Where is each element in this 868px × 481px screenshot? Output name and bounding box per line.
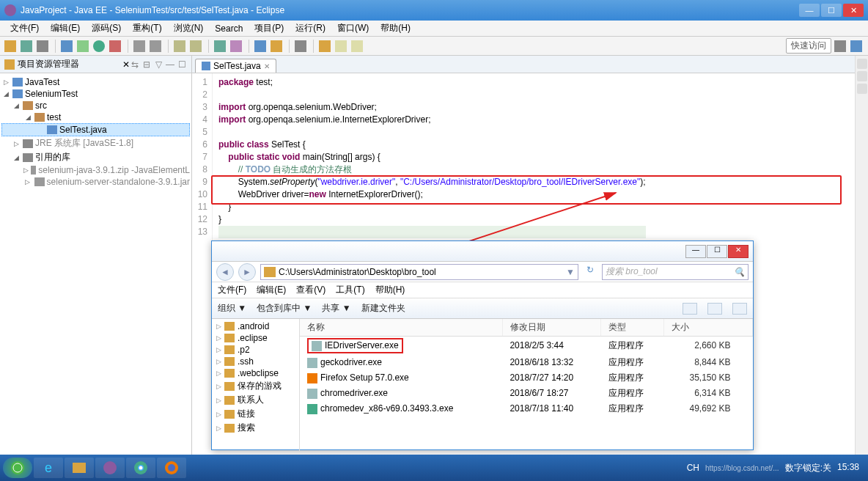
file-list[interactable]: 名称修改日期类型大小IEDriverServer.exe2018/2/5 3:4… (300, 319, 753, 451)
view-option-icon[interactable] (732, 303, 747, 315)
menu-item[interactable]: 项目(P) (249, 22, 290, 34)
tree-item[interactable]: SelTest.java (1, 123, 190, 136)
file-row[interactable]: geckodriver.exe2018/6/18 13:32应用程序8,844 … (300, 355, 753, 370)
java-ee-perspective-icon[interactable] (850, 40, 862, 52)
view-option-icon[interactable] (683, 303, 697, 315)
tree-item[interactable]: ▷JavaTest (1, 76, 190, 88)
folder-tree-item[interactable]: ▷.webclipse (213, 367, 298, 379)
toolbar-icon[interactable] (174, 40, 185, 52)
column-header[interactable]: 大小 (664, 319, 753, 337)
link-editor-icon[interactable]: ⇆ (130, 59, 140, 70)
toolbar-icon[interactable] (21, 40, 32, 52)
column-header[interactable]: 修改日期 (502, 319, 600, 337)
outline-icon[interactable] (857, 59, 867, 69)
toolbar-icon[interactable] (214, 40, 226, 52)
column-header[interactable]: 名称 (300, 319, 502, 337)
toolbar-icon[interactable] (230, 40, 242, 52)
maximize-button[interactable]: ☐ (707, 245, 727, 258)
column-header[interactable]: 类型 (601, 319, 664, 337)
menu-item[interactable]: 运行(R) (290, 22, 331, 34)
toolbar-icon[interactable] (37, 40, 48, 52)
tree-item[interactable]: ◢test (1, 111, 190, 123)
tree-item[interactable]: ◢src (1, 100, 190, 111)
folder-tree-item[interactable]: ▷搜索 (213, 421, 298, 435)
fex-menu-item[interactable]: 查看(V) (296, 284, 326, 296)
tree-item[interactable]: ◢引用的库 (1, 150, 190, 164)
minimize-button[interactable]: — (799, 4, 820, 17)
toolbar-icon[interactable] (271, 40, 282, 52)
run-icon[interactable] (93, 40, 105, 52)
menu-item[interactable]: 窗口(W) (331, 22, 375, 34)
maximize-button[interactable]: ☐ (821, 4, 842, 17)
tree-item[interactable]: ◢SeleniumTest (1, 88, 190, 100)
toolbar-icon[interactable] (190, 40, 202, 52)
ime-indicator[interactable]: CH (687, 463, 699, 473)
search-icon[interactable] (295, 40, 306, 52)
editor-body[interactable]: 12345678910111213 package test; import o… (192, 73, 855, 241)
forward-button[interactable]: ► (238, 263, 256, 281)
code-area[interactable]: package test; import org.openqa.selenium… (213, 73, 652, 241)
toolbar-icon[interactable] (133, 40, 145, 52)
minimize-view-icon[interactable]: — (165, 59, 175, 70)
menu-item[interactable]: 浏览(N) (168, 22, 210, 34)
taskbar-ie-icon[interactable]: e (34, 458, 63, 478)
taskbar-explorer-icon[interactable] (65, 458, 94, 478)
toolbar-icon[interactable] (254, 40, 266, 52)
maximize-view-icon[interactable]: ☐ (177, 59, 187, 70)
folder-tree-item[interactable]: ▷链接 (213, 407, 298, 421)
folder-tree-item[interactable]: ▷.ssh (213, 356, 298, 367)
tree-item[interactable]: ▷selenium-java-3.9.1.zip -JavaElementL (1, 164, 190, 176)
toolbar-icon[interactable] (319, 40, 331, 52)
taskbar-firefox-icon[interactable] (157, 458, 186, 478)
quick-access[interactable]: 快速访问 (786, 38, 831, 54)
menu-item[interactable]: 源码(S) (86, 22, 127, 34)
outline-icon[interactable] (857, 84, 867, 94)
fex-toolbar-item[interactable]: 共享 ▼ (322, 302, 350, 315)
minimize-button[interactable]: — (685, 245, 706, 258)
fex-menu-item[interactable]: 文件(F) (218, 284, 246, 296)
folder-tree-item[interactable]: ▷联系人 (213, 393, 298, 407)
toolbar-icon[interactable] (109, 40, 121, 52)
folder-tree[interactable]: ▷.android▷.eclipse▷.p2▷.ssh▷.webclipse▷保… (212, 319, 300, 451)
tree-item[interactable]: ▷selenium-server-standalone-3.9.1.jar (1, 176, 190, 188)
perspective-icon[interactable] (834, 40, 846, 52)
fex-toolbar-item[interactable]: 新建文件夹 (361, 302, 405, 315)
start-button[interactable] (3, 458, 32, 478)
file-row[interactable]: chromedev_x86-v69.0.3493.3.exe2018/7/18 … (300, 401, 753, 416)
clock[interactable]: 15:38 (837, 463, 859, 472)
fex-menu-item[interactable]: 编辑(E) (257, 284, 286, 296)
taskbar-eclipse-icon[interactable] (95, 458, 125, 478)
editor-tab[interactable]: SelTest.java ✕ (195, 59, 276, 73)
search-box[interactable]: 搜索 bro_tool 🔍 (602, 264, 749, 280)
fex-toolbar-item[interactable]: 包含到库中 ▼ (257, 302, 312, 315)
project-tree[interactable]: ▷JavaTest◢SeleniumTest◢src◢testSelTest.j… (0, 73, 191, 191)
fex-menu-item[interactable]: 工具(T) (336, 284, 364, 296)
menu-item[interactable]: 编辑(E) (45, 22, 86, 34)
task-list-icon[interactable] (857, 71, 867, 81)
refresh-icon[interactable]: ↻ (583, 265, 597, 279)
file-row[interactable]: Firefox Setup 57.0.exe2018/7/27 14:20应用程… (300, 370, 753, 386)
toolbar-icon[interactable] (150, 40, 161, 52)
fex-menu-item[interactable]: 帮助(H) (375, 284, 405, 296)
file-row[interactable]: IEDriverServer.exe2018/2/5 3:44应用程序2,660… (300, 337, 753, 355)
toolbar-icon[interactable] (4, 40, 16, 52)
folder-tree-item[interactable]: ▷.p2 (213, 344, 298, 356)
forward-icon[interactable] (351, 40, 363, 52)
view-menu-icon[interactable]: ▽ (153, 59, 163, 70)
menu-item[interactable]: 重构(T) (127, 22, 167, 34)
back-icon[interactable] (335, 40, 347, 52)
menu-item[interactable]: 帮助(H) (375, 22, 416, 34)
close-button[interactable]: ✕ (728, 245, 749, 258)
view-option-icon[interactable] (707, 303, 722, 315)
file-row[interactable]: chromedriver.exe2018/6/7 18:27应用程序6,314 … (300, 386, 753, 401)
back-button[interactable]: ◄ (216, 263, 234, 281)
close-button[interactable]: ✕ (843, 4, 864, 17)
folder-tree-item[interactable]: ▷保存的游戏 (213, 379, 298, 393)
menu-item[interactable]: 文件(F) (4, 22, 45, 34)
fex-toolbar-item[interactable]: 组织 ▼ (218, 302, 246, 315)
folder-tree-item[interactable]: ▷.eclipse (213, 332, 298, 344)
tree-item[interactable]: ▷JRE 系统库 [JavaSE-1.8] (1, 136, 190, 150)
collapse-all-icon[interactable]: ⊟ (141, 59, 152, 70)
taskbar-chrome-icon[interactable] (126, 458, 155, 478)
debug-icon[interactable] (77, 40, 89, 52)
